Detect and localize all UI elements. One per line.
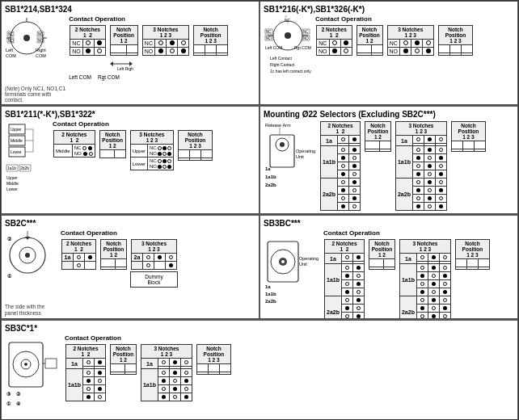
table-2notch-mounting: 2 Notches1 2 1a 1a1b 2a2b bbox=[320, 121, 361, 211]
table-2notch-216: 2 Notches1 2 NC NO bbox=[316, 25, 352, 56]
svg-point-78 bbox=[281, 260, 285, 263]
svg-text:1a1b: 1a1b bbox=[265, 174, 276, 179]
svg-text:1a: 1a bbox=[265, 166, 271, 171]
svg-text:2b2b: 2b2b bbox=[20, 166, 29, 170]
svg-marker-18 bbox=[110, 61, 113, 66]
table-notch-pos-2-sb2c: NotchPosition1 2 bbox=[100, 239, 127, 270]
table-3notch-sb2c: 3 Notches1 2 3 2a bbox=[131, 239, 177, 270]
svg-text:2a2b: 2a2b bbox=[265, 299, 276, 304]
svg-text:Middle: Middle bbox=[11, 138, 23, 143]
section-title-sb1-216: SB1*216(-K*),SB1*326(-K*) bbox=[264, 5, 514, 14]
table-notch-pos-3-sb3c1: NotchPosition1 2 3 bbox=[196, 344, 231, 375]
svg-text:NO: NO bbox=[8, 39, 14, 43]
section-title-sb3bc: SB3BC*** bbox=[264, 219, 514, 228]
table-3notch-211: 3 Notches1 2 3 Upper NC NO Lower bbox=[130, 130, 174, 170]
contact-op-label-sb2c: Contact Operation bbox=[61, 229, 178, 237]
svg-text:④: ④ bbox=[16, 401, 21, 406]
svg-text:1a: 1a bbox=[265, 284, 271, 289]
svg-point-22 bbox=[285, 32, 291, 39]
table-notch-pos-3-mounting: NotchPosition1 2 3 bbox=[451, 121, 486, 152]
table-3notch-214: 3 Notches1 2 3 NC NO bbox=[142, 25, 190, 56]
section-sb1-216-326: SB1*216(-K*),SB1*326(-K*) NC ○ bbox=[260, 1, 518, 105]
table-2notch-211: 2 Notches1 2 Middle NC NO bbox=[53, 130, 95, 158]
svg-point-70 bbox=[25, 253, 30, 258]
svg-text:Operating: Operating bbox=[296, 149, 315, 153]
svg-text:COM: COM bbox=[36, 53, 46, 58]
svg-text:NC: NC bbox=[38, 32, 44, 36]
notch-arrow-2: Left Right bbox=[109, 57, 133, 71]
svg-text:②: ② bbox=[16, 392, 21, 397]
section-title-mounting: Mounting Ø22 Selectors (Excluding SB2C**… bbox=[264, 110, 514, 119]
table-notch-pos-3-214: NotchPosition1 2 3 bbox=[193, 25, 228, 56]
section-sb1-211-322: SB1*211(*-K*),SB1*322* Upper Middle Lowe… bbox=[1, 106, 260, 214]
table-3notch-sb3bc: 3 Notches1 2 3 1a 1a1b 2a2b bbox=[399, 239, 451, 319]
table-3notch-sb3c1: 3 Notches1 2 3 1a 1a1b bbox=[141, 344, 192, 401]
sb3c1-diagram: ③ ② ① ④ bbox=[5, 334, 61, 415]
svg-text:Left: Left bbox=[6, 48, 14, 52]
section-title-sb2c: SB2C*** bbox=[5, 219, 255, 228]
note-sb2c: The side with the panel thickness adjust… bbox=[5, 304, 57, 319]
svg-text:COM: COM bbox=[6, 53, 16, 58]
svg-text:NO: NO bbox=[303, 36, 309, 40]
table-3notch-216: 3 Notches1 2 3 NC NO bbox=[387, 25, 435, 56]
left-com-label: Left COM bbox=[69, 74, 91, 80]
table-2notch-sb3c1: 2 Notches1 2 1a 1a1b bbox=[65, 344, 106, 401]
svg-text:Release Arm: Release Arm bbox=[265, 123, 291, 128]
contact-op-label-214: Contact Operation bbox=[69, 15, 229, 23]
svg-text:Right: Right bbox=[36, 48, 46, 52]
svg-text:Upper: Upper bbox=[11, 127, 22, 132]
svg-text:Right Contact: Right Contact bbox=[270, 62, 295, 67]
svg-rect-88 bbox=[45, 359, 57, 368]
contact-op-label-sb3bc: Contact Operation bbox=[323, 229, 491, 237]
table-2notch-sb2c: 2 Notches1 2 1a bbox=[61, 239, 96, 270]
section-title-sb3c1: SB3C*1* bbox=[5, 324, 514, 333]
svg-text:Left COM: Left COM bbox=[265, 45, 282, 50]
svg-text:③: ③ bbox=[6, 392, 11, 397]
svg-text:①: ① bbox=[7, 274, 12, 279]
svg-text:Left Right: Left Right bbox=[117, 66, 133, 71]
svg-text:2a2b: 2a2b bbox=[265, 183, 276, 187]
selector-diagram-216: NC ○ NC NO NC NO Left COM bbox=[264, 15, 312, 76]
position-diagram-211: Upper Middle Lower 1a1b bbox=[5, 120, 49, 201]
svg-text:①: ① bbox=[6, 401, 11, 406]
section-sb1-214-324: SB1*214,SB1*324 Left bbox=[1, 1, 260, 105]
note-214: (Note) Only NC1, NO1,C1terminals come wi… bbox=[5, 86, 65, 103]
contact-op-label-sb3c1: Contact Operation bbox=[65, 334, 232, 342]
svg-text:1c has left contact only: 1c has left contact only bbox=[270, 69, 311, 74]
selector-diagram-214: Left COM NC NO Right COM NC bbox=[5, 15, 49, 84]
svg-text:NC: NC bbox=[8, 32, 14, 36]
section-mounting-22: Mounting Ø22 Selectors (Excluding SB2C**… bbox=[260, 106, 518, 214]
svg-text:Middle: Middle bbox=[6, 181, 19, 186]
svg-text:Lower: Lower bbox=[6, 187, 18, 191]
section-title-sb1-214: SB1*214,SB1*324 bbox=[5, 5, 255, 14]
table-3notch-mounting: 3 Notches1 2 3 1a 1a1b 2a2b bbox=[395, 121, 447, 211]
svg-point-87 bbox=[24, 363, 27, 366]
contact-op-label-211: Contact Operation bbox=[53, 120, 213, 128]
svg-text:Unit: Unit bbox=[299, 262, 307, 267]
table-notch-pos-2-mounting: NotchPosition1 2 bbox=[365, 121, 391, 152]
section-sb3bc: SB3BC*** Operating Unit 1a 1a1b 2a2 bbox=[260, 215, 518, 319]
table-notch-pos-2-216: NotchPosition1 2 bbox=[357, 25, 383, 56]
svg-text:②: ② bbox=[7, 237, 12, 242]
sb2c-diagram: ② ① bbox=[5, 229, 57, 302]
contact-op-label-216: Contact Operation bbox=[315, 15, 474, 23]
sb3bc-diagram: Operating Unit 1a 1a1b 2a2b bbox=[264, 229, 320, 306]
mounting-diagram: Release Arm 1a 1a1b 2a2b Operating U bbox=[264, 120, 316, 201]
table-notch-pos-2-211: NotchPosition1 2 bbox=[99, 130, 126, 158]
svg-text:NC: NC bbox=[266, 30, 272, 34]
page: SB1*214,SB1*324 Left bbox=[0, 0, 519, 420]
table-notch-pos-3-211: NotchPosition1 2 3 bbox=[178, 130, 213, 161]
section-sb2c: SB2C*** ② ① The side wit bbox=[1, 215, 260, 319]
svg-text:Operating: Operating bbox=[299, 256, 319, 261]
svg-text:Unit: Unit bbox=[296, 154, 304, 159]
svg-text:1a1b: 1a1b bbox=[265, 292, 276, 296]
dummy-block: DummyBlock bbox=[130, 271, 178, 288]
table-notch-pos-2-sb3c1: NotchPosition1 2 bbox=[110, 344, 137, 375]
svg-text:Rgt COM: Rgt COM bbox=[294, 45, 311, 50]
svg-text:Lower: Lower bbox=[11, 149, 22, 154]
svg-text:Left Contact: Left Contact bbox=[270, 56, 293, 61]
svg-text:NO: NO bbox=[266, 36, 272, 40]
svg-point-1 bbox=[23, 35, 30, 41]
svg-text:NO: NO bbox=[38, 39, 44, 43]
table-notch-pos-2-214: NotchPosition1 2 bbox=[110, 25, 138, 56]
